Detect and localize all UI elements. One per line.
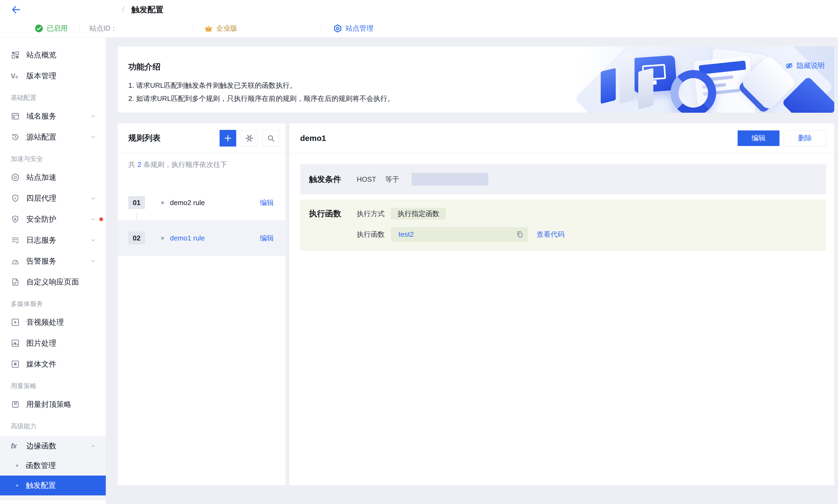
sidebar-item-域名服务[interactable]: 域名服务 xyxy=(0,106,106,127)
bullet-dot-icon xyxy=(16,484,18,487)
sidebar-item-用量封顶策略[interactable]: 用量封顶策略 xyxy=(0,394,106,415)
rule-edit-link[interactable]: 编辑 xyxy=(260,198,274,208)
chevron-up-icon[interactable] xyxy=(90,443,96,449)
plan-label: 企业版 xyxy=(216,24,237,33)
crown-icon xyxy=(204,24,213,33)
back-button[interactable] xyxy=(11,4,21,15)
rule-list-header: 规则列表 xyxy=(118,123,286,153)
breadcrumb: / 触发配置 xyxy=(122,4,163,15)
execute-mode-label: 执行方式 xyxy=(357,209,391,218)
chevron-down-icon[interactable] xyxy=(90,216,96,222)
sidebar-section-label: 基础配置 xyxy=(0,86,106,106)
site-manage-link[interactable]: 站点管理 xyxy=(333,24,373,33)
rule-count-summary: 共2条规则，执行顺序依次往下 xyxy=(118,153,286,169)
chevron-down-icon[interactable] xyxy=(90,113,96,119)
view-code-link[interactable]: 查看代码 xyxy=(537,230,565,239)
overview-icon xyxy=(11,51,20,59)
sidebar-item-站点概览[interactable]: 站点概览 xyxy=(0,44,106,66)
sidebar-item-label: 图片处理 xyxy=(26,338,56,348)
sidebar-item-label: 站点加速 xyxy=(26,172,56,182)
divider xyxy=(79,24,80,33)
bullet-dot-icon xyxy=(16,465,18,467)
rule-name[interactable]: demo1 rule xyxy=(170,234,210,242)
divider xyxy=(193,24,193,33)
sidebar-item-label: 边缘函数 xyxy=(26,441,56,451)
site-manage-icon xyxy=(333,24,342,33)
plus-icon xyxy=(223,134,232,143)
rule-index-badge: 02 xyxy=(128,232,145,245)
hide-description-label: 隐藏说明 xyxy=(797,61,824,70)
rule-search-button[interactable] xyxy=(263,130,279,146)
rule-edit-link[interactable]: 编辑 xyxy=(260,233,274,243)
rule-count: 2 xyxy=(138,161,141,168)
sidebar-item-label: 告警服务 xyxy=(26,256,56,266)
sidebar-item-自定义响应页面[interactable]: 自定义响应页面 xyxy=(0,272,106,292)
acceleration-icon xyxy=(11,173,20,182)
hide-description-link[interactable]: 隐藏说明 xyxy=(785,61,824,70)
sidebar-item-安全防护[interactable]: 安全防护 xyxy=(0,209,106,230)
sidebar-item-媒体文件[interactable]: 媒体文件 xyxy=(0,354,106,375)
sidebar-item-音视频处理[interactable]: 音视频处理 xyxy=(0,312,106,333)
divider xyxy=(321,24,321,33)
sidebar-item-站点加速[interactable]: 站点加速 xyxy=(0,167,106,188)
sidebar-subitem-函数管理[interactable]: 函数管理 xyxy=(0,456,106,475)
sidebar-items: 站点概览Vo版本管理基础配置域名服务源站配置加速与安全站点加速四层代理安全防护日… xyxy=(0,44,106,500)
log-icon xyxy=(11,236,20,245)
trigger-value-redacted xyxy=(411,173,488,186)
sidebar-section-label: 高级能力 xyxy=(0,415,106,434)
sidebar-item-label: 域名服务 xyxy=(26,111,56,121)
chevron-down-icon[interactable] xyxy=(90,195,96,201)
sidebar-item-图片处理[interactable]: 图片处理 xyxy=(0,333,106,354)
trigger-condition-label: 触发条件 xyxy=(309,174,357,185)
sidebar-item-label: 安全防护 xyxy=(26,214,56,224)
execute-func-label: 执行函数 xyxy=(357,230,391,239)
chevron-down-icon[interactable] xyxy=(90,237,96,243)
av-icon xyxy=(11,318,20,327)
main-content: 功能介绍 1. 请求URL匹配到触发条件则触发已关联的函数执行。 2. 如请求U… xyxy=(106,38,838,504)
sidebar-item-告警服务[interactable]: 告警服务 xyxy=(0,251,106,272)
panels-row: 规则列表 共2条规则，执行顺序依次往下 01demo xyxy=(118,123,834,485)
origin-icon xyxy=(11,132,20,142)
chevron-down-icon[interactable] xyxy=(90,258,96,264)
l4proxy-icon xyxy=(11,194,20,203)
delete-rule-button[interactable]: 删除 xyxy=(784,130,826,146)
site-id: 站点ID： xyxy=(89,24,193,33)
version-icon: Vo xyxy=(11,71,20,80)
edit-rule-button[interactable]: 编辑 xyxy=(737,130,780,146)
rule-row-01[interactable]: 01demo2 rule编辑 xyxy=(118,185,286,220)
sidebar-item-版本管理[interactable]: Vo版本管理 xyxy=(0,66,106,86)
trigger-condition-section: 触发条件 HOST 等于 xyxy=(300,164,826,194)
image-icon xyxy=(11,339,20,348)
back-arrow-icon xyxy=(11,4,21,15)
rule-settings-button[interactable] xyxy=(241,130,258,146)
sidebar-item-边缘函数[interactable]: fx边缘函数 xyxy=(0,436,106,456)
sidebar-item-label: 用量封顶策略 xyxy=(26,399,71,410)
sidebar-item-日志服务[interactable]: 日志服务 xyxy=(0,230,106,251)
status-badge: 已启用 xyxy=(34,24,68,33)
feature-intro-banner: 功能介绍 1. 请求URL匹配到触发条件则触发已关联的函数执行。 2. 如请求U… xyxy=(118,47,834,113)
copy-icon[interactable] xyxy=(516,230,524,238)
rule-status-dot-icon xyxy=(161,201,164,204)
eye-off-icon xyxy=(785,61,794,70)
page-title: 触发配置 xyxy=(131,4,163,15)
trigger-operator: 等于 xyxy=(385,175,399,184)
status-label: 已启用 xyxy=(47,24,68,33)
gear-icon xyxy=(245,134,254,143)
function-name-link[interactable]: test2 xyxy=(398,230,414,238)
trigger-config-page: { "colors": { "accent_blue": "#2b62ea", … xyxy=(0,0,838,504)
sidebar-item-源站配置[interactable]: 源站配置 xyxy=(0,127,106,148)
sidebar-item-label: 源站配置 xyxy=(26,132,56,142)
sidebar-subitem-触发配置[interactable]: 触发配置 xyxy=(0,475,106,496)
sidebar-item-label: 媒体文件 xyxy=(26,359,56,369)
sidebar-item-四层代理[interactable]: 四层代理 xyxy=(0,188,106,209)
security-icon xyxy=(11,215,20,224)
rule-detail-title: demo1 xyxy=(300,134,326,143)
sidebar-nav: 站点概览Vo版本管理基础配置域名服务源站配置加速与安全站点加速四层代理安全防护日… xyxy=(0,38,106,504)
check-circle-icon xyxy=(34,24,43,33)
chevron-down-icon[interactable] xyxy=(90,134,96,140)
rule-name[interactable]: demo2 rule xyxy=(170,199,210,207)
add-rule-button[interactable] xyxy=(219,130,236,146)
rule-row-02[interactable]: 02demo1 rule编辑 xyxy=(118,220,286,256)
media-icon xyxy=(11,360,20,369)
sidebar-item-label: 音视频处理 xyxy=(26,317,64,327)
